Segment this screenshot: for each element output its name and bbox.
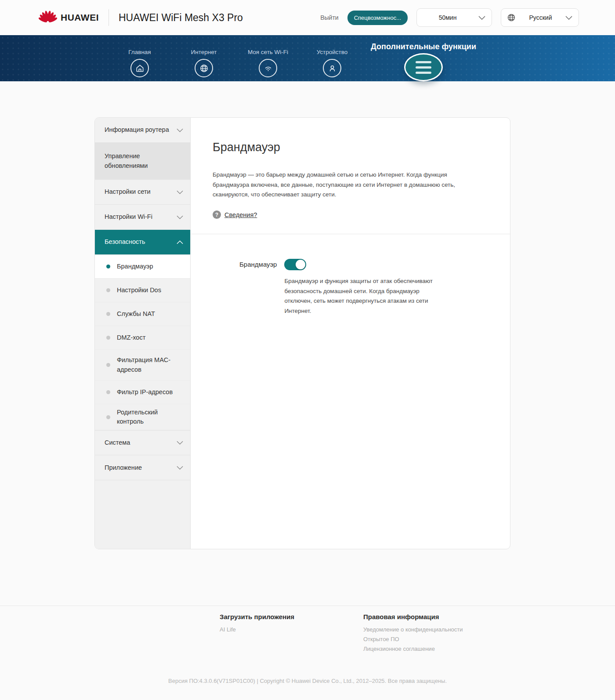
- nav-item-device[interactable]: Устройство: [300, 35, 364, 81]
- sidebar-subitem-dos-settings[interactable]: Настройки Dos: [95, 279, 190, 302]
- sidebar-subitem-ip-filter[interactable]: Фильтр IP-адресов: [95, 381, 190, 404]
- hamburger-menu-icon[interactable]: [404, 53, 443, 81]
- settings-sidebar: Информация роутера Управление обновления…: [95, 118, 191, 549]
- bullet-dot-icon: [106, 288, 110, 292]
- sidebar-subitem-dmz-host[interactable]: DMZ-хост: [95, 326, 190, 350]
- sidebar-item-router-info[interactable]: Информация роутера: [95, 118, 190, 143]
- sidebar-item-wifi-settings[interactable]: Настройки Wi-Fi: [95, 205, 190, 230]
- footer-legal-title: Правовая информация: [363, 613, 463, 620]
- sidebar-item-network-settings[interactable]: Настройки сети: [95, 180, 190, 205]
- sidebar-item-label: Настройки сети: [105, 187, 151, 196]
- sidebar-subitem-label: Службы NAT: [117, 309, 155, 319]
- logout-link[interactable]: Выйти: [320, 14, 338, 21]
- language-select[interactable]: Русский: [501, 8, 579, 27]
- sidebar-item-label: Система: [105, 438, 130, 447]
- sidebar-item-system[interactable]: Система: [95, 430, 190, 455]
- session-timeout-value: 50мин: [417, 14, 478, 21]
- nav-item-internet[interactable]: Интернет: [172, 35, 236, 81]
- nav-item-label: Главная: [128, 49, 151, 55]
- bullet-dot-icon: [106, 415, 110, 419]
- sidebar-subitem-label: Брандмауэр: [117, 262, 153, 271]
- nav-item-label: Дополнительные функции: [371, 42, 476, 51]
- internet-globe-icon: [195, 59, 213, 77]
- chevron-down-icon: [478, 16, 485, 20]
- firewall-toggle[interactable]: [284, 259, 306, 270]
- toggle-knob: [296, 260, 305, 269]
- language-value: Русский: [516, 14, 565, 21]
- firewall-toggle-note: Брандмауэр и функция защиты от атак обес…: [284, 276, 436, 316]
- sidebar-subitem-label: Родительский контроль: [117, 408, 184, 426]
- chevron-down-icon: [565, 16, 572, 20]
- footer-apps-column: Загрузить приложения AI Life: [220, 613, 329, 652]
- primary-navbar: Главная Интернет Моя сеть Wi-Fi: [0, 35, 615, 81]
- session-timeout-select[interactable]: 50мин: [416, 8, 492, 27]
- nav-item-label: Моя сеть Wi-Fi: [248, 49, 288, 55]
- sidebar-subitem-label: Фильтр IP-адресов: [117, 388, 173, 397]
- nav-item-label: Устройство: [317, 49, 348, 55]
- accessibility-button[interactable]: Спецвозможнос...: [347, 11, 408, 25]
- sidebar-subitem-label: Фильтрация MAC-адресов: [117, 355, 184, 374]
- header-actions: Выйти Спецвозможнос... 50мин Русский: [320, 8, 579, 27]
- bullet-dot-icon: [106, 312, 110, 316]
- chevron-down-icon: [177, 128, 183, 132]
- firewall-toggle-section: Брандмауэр Брандмауэр и функция защиты о…: [213, 259, 484, 316]
- page-footer: Загрузить приложения AI Life Правовая ин…: [0, 606, 615, 684]
- sidebar-item-update-management[interactable]: Управление обновлениями: [95, 143, 190, 180]
- home-icon: [130, 59, 149, 77]
- sidebar-item-label: Информация роутера: [105, 125, 169, 134]
- sidebar-item-application[interactable]: Приложение: [95, 455, 190, 480]
- footer-link-open-source[interactable]: Открытое ПО: [363, 636, 463, 642]
- bullet-dot-icon: [106, 390, 110, 394]
- sidebar-subitem-firewall[interactable]: Брандмауэр: [95, 255, 190, 279]
- wifi-icon: [259, 59, 277, 77]
- device-user-icon: [323, 59, 341, 77]
- footer-apps-title: Загрузить приложения: [220, 613, 329, 620]
- sidebar-item-label: Настройки Wi-Fi: [105, 212, 152, 221]
- content-panel: Информация роутера Управление обновления…: [94, 117, 510, 549]
- sidebar-item-label: Безопасность: [105, 237, 145, 247]
- product-title: HUAWEI WiFi Mesh X3 Pro: [119, 12, 243, 24]
- details-link[interactable]: Сведения?: [224, 211, 257, 218]
- nav-item-home[interactable]: Главная: [108, 35, 172, 81]
- sidebar-subitem-label: DMZ-хост: [117, 333, 145, 342]
- nav-item-label: Интернет: [191, 49, 217, 55]
- firewall-toggle-label: Брандмауэр: [239, 259, 277, 316]
- nav-items: Главная Интернет Моя сеть Wi-Fi: [0, 35, 615, 81]
- sidebar-subitem-nat-services[interactable]: Службы NAT: [95, 302, 190, 326]
- sidebar-subitem-label: Настройки Dos: [117, 286, 161, 295]
- sidebar-subitem-mac-filter[interactable]: Фильтрация MAC-адресов: [95, 350, 190, 381]
- bullet-dot-icon: [106, 336, 110, 340]
- footer-link-ai-life[interactable]: AI Life: [220, 626, 329, 633]
- huawei-flower-icon: [39, 9, 57, 26]
- copyright-text: Версия ПО:4.3.0.6(V71SP01C00) | Copyrigh…: [0, 678, 615, 684]
- footer-legal-column: Правовая информация Уведомление о конфид…: [363, 613, 463, 652]
- nav-item-advanced-functions[interactable]: Дополнительные функции: [364, 35, 483, 81]
- sidebar-subitem-parental-control[interactable]: Родительский контроль: [95, 404, 190, 430]
- sidebar-item-label: Управление обновлениями: [105, 152, 183, 170]
- section-divider: [191, 234, 510, 234]
- bullet-dot-icon: [106, 363, 110, 367]
- footer-link-license[interactable]: Лицензионное соглашение: [363, 646, 463, 652]
- firewall-page: Брандмауэр Брандмауэр — это барьер между…: [191, 118, 510, 549]
- bullet-dot-icon: [106, 265, 110, 268]
- question-mark-icon: ?: [213, 210, 221, 219]
- sidebar-item-security[interactable]: Безопасность: [95, 230, 190, 255]
- brand-name: HUAWEI: [61, 12, 99, 23]
- app-header: HUAWEI HUAWEI WiFi Mesh X3 Pro Выйти Спе…: [0, 0, 615, 35]
- globe-icon: [507, 13, 516, 22]
- chevron-down-icon: [177, 190, 183, 194]
- footer-link-privacy[interactable]: Уведомление о конфиденциальности: [363, 626, 463, 633]
- chevron-up-icon: [177, 240, 183, 244]
- page-title: Брандмауэр: [213, 141, 484, 154]
- chevron-down-icon: [177, 466, 183, 470]
- header-divider: [109, 9, 109, 26]
- nav-item-my-wifi[interactable]: Моя сеть Wi-Fi: [236, 35, 300, 81]
- page-description: Брандмауэр — это барьер между домашней с…: [213, 170, 483, 200]
- chevron-down-icon: [177, 215, 183, 219]
- sidebar-item-label: Приложение: [105, 463, 142, 472]
- huawei-logo: HUAWEI: [39, 9, 99, 26]
- details-row: ? Сведения?: [213, 210, 484, 219]
- chevron-down-icon: [177, 441, 183, 445]
